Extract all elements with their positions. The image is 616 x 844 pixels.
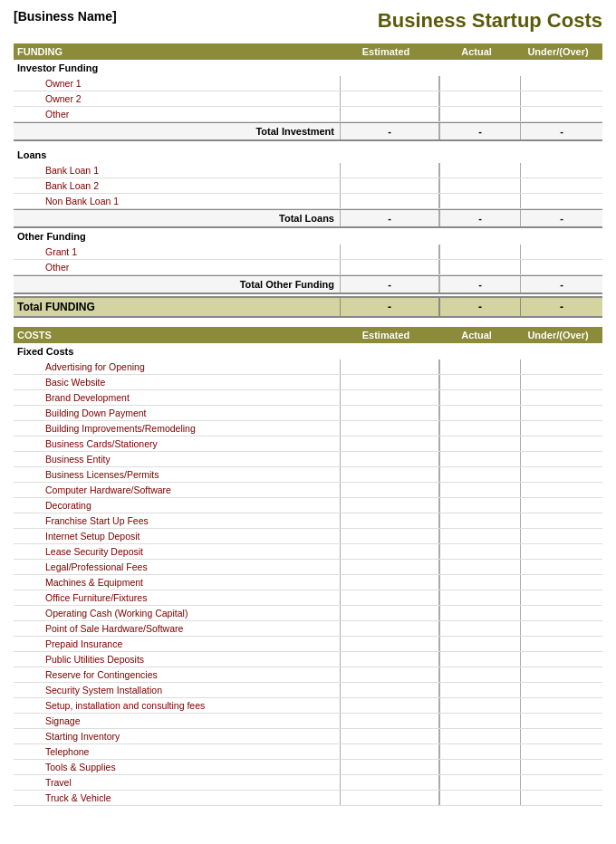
estimated-input[interactable] <box>340 575 439 590</box>
actual-input[interactable] <box>439 245 521 259</box>
estimated-input[interactable] <box>340 590 439 605</box>
actual-input[interactable] <box>439 260 521 274</box>
under-value <box>521 667 602 682</box>
estimated-input[interactable] <box>340 483 439 497</box>
under-value <box>521 245 602 259</box>
actual-input[interactable] <box>439 652 521 667</box>
estimated-input[interactable] <box>340 529 439 543</box>
estimated-input[interactable] <box>340 375 439 389</box>
under-value <box>521 375 602 389</box>
table-row: Prepaid Insurance <box>14 637 602 652</box>
actual-input[interactable] <box>439 91 521 106</box>
actual-input[interactable] <box>439 498 521 513</box>
estimated-input[interactable] <box>340 652 439 667</box>
estimated-input[interactable] <box>340 436 439 451</box>
estimated-input[interactable] <box>340 791 439 805</box>
under-value <box>521 194 602 208</box>
estimated-input[interactable] <box>340 245 439 259</box>
loans-title: Loans <box>14 147 602 163</box>
actual-input[interactable] <box>439 621 521 636</box>
under-value <box>521 421 602 436</box>
actual-input[interactable] <box>439 606 521 620</box>
estimated-input[interactable] <box>340 360 439 374</box>
actual-input[interactable] <box>439 529 521 543</box>
estimated-input[interactable] <box>340 390 439 405</box>
actual-input[interactable] <box>439 513 521 528</box>
estimated-input[interactable] <box>340 194 439 208</box>
actual-input[interactable] <box>439 178 521 193</box>
actual-input[interactable] <box>439 575 521 590</box>
estimated-input[interactable] <box>340 421 439 436</box>
actual-input[interactable] <box>439 360 521 374</box>
estimated-input[interactable] <box>340 729 439 743</box>
actual-input[interactable] <box>439 390 521 405</box>
estimated-input[interactable] <box>340 621 439 636</box>
estimated-input[interactable] <box>340 91 439 106</box>
estimated-input[interactable] <box>340 107 439 121</box>
row-label: Building Improvements/Remodeling <box>14 421 340 436</box>
actual-input[interactable] <box>439 775 521 790</box>
estimated-input[interactable] <box>340 667 439 682</box>
row-label: Tools & Supplies <box>14 760 340 774</box>
actual-input[interactable] <box>439 544 521 559</box>
estimated-input[interactable] <box>340 260 439 274</box>
estimated-input[interactable] <box>340 178 439 193</box>
total-other-under: - <box>521 276 602 293</box>
page-container: [Business Name] Business Startup Costs F… <box>0 0 616 815</box>
actual-input[interactable] <box>439 560 521 574</box>
actual-input[interactable] <box>439 760 521 774</box>
actual-input[interactable] <box>439 714 521 728</box>
estimated-input[interactable] <box>340 163 439 177</box>
estimated-input[interactable] <box>340 698 439 713</box>
actual-input[interactable] <box>439 375 521 389</box>
actual-input[interactable] <box>439 483 521 497</box>
row-label: Owner 2 <box>14 91 340 106</box>
actual-input[interactable] <box>439 590 521 605</box>
table-row: Bank Loan 2 <box>14 178 602 194</box>
actual-input[interactable] <box>439 683 521 697</box>
actual-input[interactable] <box>439 452 521 466</box>
estimated-input[interactable] <box>340 637 439 651</box>
actual-input[interactable] <box>439 744 521 759</box>
estimated-input[interactable] <box>340 775 439 790</box>
estimated-input[interactable] <box>340 560 439 574</box>
total-other-estimated: - <box>340 276 439 293</box>
table-row: Public Utilities Deposits <box>14 652 602 667</box>
estimated-input[interactable] <box>340 467 439 482</box>
funding-actual-col: Actual <box>436 46 517 57</box>
actual-input[interactable] <box>439 406 521 420</box>
row-label: Business Licenses/Permits <box>14 467 340 482</box>
estimated-input[interactable] <box>340 714 439 728</box>
table-row: Building Improvements/Remodeling <box>14 421 602 436</box>
row-label: Legal/Professional Fees <box>14 560 340 574</box>
estimated-input[interactable] <box>340 513 439 528</box>
under-value <box>521 467 602 482</box>
actual-input[interactable] <box>439 107 521 121</box>
under-value <box>521 76 602 91</box>
row-label: Telephone <box>14 744 340 759</box>
actual-input[interactable] <box>439 163 521 177</box>
estimated-input[interactable] <box>340 452 439 466</box>
estimated-input[interactable] <box>340 406 439 420</box>
row-label: Operating Cash (Working Capital) <box>14 606 340 620</box>
actual-input[interactable] <box>439 467 521 482</box>
row-label: Machines & Equipment <box>14 575 340 590</box>
table-row: Tools & Supplies <box>14 760 602 775</box>
actual-input[interactable] <box>439 667 521 682</box>
estimated-input[interactable] <box>340 683 439 697</box>
actual-input[interactable] <box>439 791 521 805</box>
estimated-input[interactable] <box>340 760 439 774</box>
actual-input[interactable] <box>439 436 521 451</box>
estimated-input[interactable] <box>340 544 439 559</box>
estimated-input[interactable] <box>340 76 439 91</box>
estimated-input[interactable] <box>340 606 439 620</box>
estimated-input[interactable] <box>340 498 439 513</box>
actual-input[interactable] <box>439 421 521 436</box>
page-title: Business Startup Costs <box>378 9 602 33</box>
actual-input[interactable] <box>439 698 521 713</box>
actual-input[interactable] <box>439 637 521 651</box>
actual-input[interactable] <box>439 194 521 208</box>
actual-input[interactable] <box>439 729 521 743</box>
actual-input[interactable] <box>439 76 521 91</box>
estimated-input[interactable] <box>340 744 439 759</box>
